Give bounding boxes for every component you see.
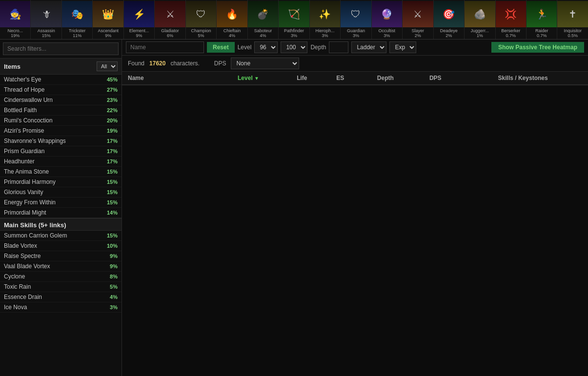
- class-item-raider[interactable]: 🏃 Raider 0.7%: [527, 0, 557, 39]
- sidebar-skill-pct: 8%: [101, 274, 118, 279]
- class-name: Assassin: [38, 27, 55, 33]
- col-avatar: [198, 72, 215, 85]
- sidebar-item-pct: 17%: [101, 158, 118, 164]
- level-max-select[interactable]: 100: [281, 41, 307, 53]
- class-pct: 3%: [322, 33, 328, 38]
- sidebar-skill-item[interactable]: Essence Drain 4%: [0, 292, 122, 302]
- sidebar-item[interactable]: Headhunter 17%: [0, 157, 122, 167]
- sidebar-item[interactable]: Primordial Harmony 15%: [0, 177, 122, 187]
- class-name: Trickster: [69, 27, 85, 33]
- sidebar-skill-item[interactable]: Raise Spectre 9%: [0, 251, 122, 261]
- sidebar-skill-item[interactable]: Cyclone 8%: [0, 272, 122, 282]
- characters-table: Name Level ▼ Life ES Depth DPS Skills / …: [122, 72, 588, 85]
- sidebar-item[interactable]: Energy From Within 15%: [0, 198, 122, 208]
- class-avatar: 🪨: [465, 1, 495, 27]
- class-emoji: ⚡: [124, 1, 154, 27]
- class-item-berserker[interactable]: 💢 Berserker 0.7%: [496, 0, 527, 39]
- results-bar: Found 17620 characters. DPS None Tooltip…: [122, 56, 588, 72]
- exp-select[interactable]: Exp: [389, 41, 416, 53]
- items-filter-dropdown[interactable]: All: [97, 61, 118, 71]
- col-depth: Depth: [358, 72, 413, 85]
- class-name: Pathfinder: [284, 27, 304, 33]
- ladder-select[interactable]: Ladder: [351, 41, 386, 53]
- items-section-header: Items All: [0, 59, 122, 75]
- class-avatar: ⚡: [124, 1, 154, 27]
- sidebar-item[interactable]: Prism Guardian 17%: [0, 146, 122, 157]
- sidebar-skill-item[interactable]: Ice Nova 3%: [0, 302, 122, 313]
- class-item-chieftain[interactable]: 🔥 Chieftain 4%: [217, 0, 247, 39]
- class-item-saboteur[interactable]: 💣 Saboteur 4%: [248, 0, 279, 39]
- class-avatar: 💢: [496, 1, 526, 27]
- sidebar-item[interactable]: Glorious Vanity 15%: [0, 187, 122, 198]
- class-emoji: 🛡: [341, 1, 371, 27]
- class-item-guardian[interactable]: 🛡 Guardian 3%: [341, 0, 371, 39]
- sidebar-item[interactable]: Thread of Hope 27%: [0, 85, 122, 95]
- class-item-inquisitor[interactable]: ✝ Inquisitor 0.5%: [557, 0, 588, 39]
- class-item-assassin[interactable]: 🗡 Assassin 15%: [31, 0, 61, 39]
- class-item-occultist[interactable]: 🔮 Occultist 3%: [372, 0, 403, 39]
- class-name: Element...: [129, 27, 149, 33]
- sidebar-item[interactable]: Shavronne's Wrappings 17%: [0, 136, 122, 146]
- sidebar-item[interactable]: The Anima Stone 15%: [0, 167, 122, 177]
- dps-select[interactable]: None Tooltip DPS Combined DPS: [231, 58, 299, 69]
- search-input[interactable]: [3, 42, 119, 55]
- sidebar-item[interactable]: Rumi's Concoction 20%: [0, 116, 122, 126]
- sidebar-item-name: Energy From Within: [4, 199, 56, 206]
- class-item-ascendant[interactable]: 👑 Ascendant 9%: [93, 0, 123, 39]
- sidebar-skill-pct: 9%: [101, 263, 118, 269]
- class-item-deadeye[interactable]: 🎯 Deadeye 2%: [434, 0, 465, 39]
- col-level[interactable]: Level ▼: [215, 72, 281, 85]
- sidebar-skill-item[interactable]: Toxic Rain 5%: [0, 282, 122, 292]
- sidebar-item-pct: 14%: [101, 210, 118, 216]
- class-emoji: ⚔: [403, 1, 433, 27]
- class-pct: 9%: [105, 33, 111, 38]
- sidebar-item[interactable]: Cinderswallow Urn 23%: [0, 95, 122, 105]
- class-pct: 1%: [477, 33, 483, 38]
- sidebar-item-name: Thread of Hope: [4, 86, 44, 93]
- sidebar-skill-item[interactable]: Vaal Blade Vortex 9%: [0, 261, 122, 272]
- class-emoji: 🏃: [527, 1, 557, 27]
- class-item-champion[interactable]: 🛡 Champion 5%: [186, 0, 217, 39]
- class-emoji: 💢: [496, 1, 526, 27]
- sidebar-item[interactable]: Watcher's Eye 45%: [0, 75, 122, 85]
- found-label: Found: [128, 60, 144, 67]
- sidebar-item-name: Primordial Might: [4, 209, 46, 216]
- class-item-necro[interactable]: 🧙 Necro... 19%: [0, 0, 31, 39]
- class-pct: 5%: [198, 33, 204, 38]
- class-pct: 11%: [73, 33, 81, 38]
- reset-button[interactable]: Reset: [207, 42, 235, 53]
- class-pct: 6%: [167, 33, 173, 38]
- level-min-select[interactable]: 969095: [254, 41, 278, 53]
- class-pct: 3%: [384, 33, 390, 38]
- sidebar-skill-item[interactable]: Blade Vortex 10%: [0, 241, 122, 251]
- sidebar-item-pct: 45%: [101, 77, 118, 82]
- sidebar-item[interactable]: Primordial Might 14%: [0, 208, 122, 218]
- name-filter-input[interactable]: [126, 41, 204, 53]
- class-pct: 3%: [353, 33, 359, 38]
- class-item-trickster[interactable]: 🎭 Trickster 11%: [62, 0, 93, 39]
- sidebar-item-name: Headhunter: [4, 158, 35, 165]
- depth-filter-input[interactable]: [329, 41, 348, 53]
- sidebar-skill-name: Essence Drain: [4, 294, 42, 300]
- class-item-element[interactable]: ⚡ Element... 9%: [124, 0, 155, 39]
- sidebar-item-pct: 15%: [101, 169, 118, 175]
- class-emoji: 🪨: [465, 1, 495, 27]
- class-name: Chieftain: [223, 27, 241, 33]
- col-search: [180, 72, 198, 85]
- class-name: Necro...: [7, 27, 23, 33]
- sidebar-item[interactable]: Bottled Faith 22%: [0, 105, 122, 116]
- sidebar-item-pct: 17%: [101, 138, 118, 144]
- class-name: Slayer: [412, 27, 425, 33]
- class-pct: 2%: [446, 33, 452, 38]
- class-item-hieroph[interactable]: ✨ Hieroph... 3%: [310, 0, 341, 39]
- sidebar-item[interactable]: Atziri's Promise 19%: [0, 126, 122, 136]
- class-item-pathfinder[interactable]: 🏹 Pathfinder 3%: [279, 0, 309, 39]
- sidebar-skill-item[interactable]: Summon Carrion Golem 15%: [0, 231, 122, 241]
- class-item-juggerr[interactable]: 🪨 Juggerr... 1%: [465, 0, 495, 39]
- sidebar-item-name: Shavronne's Wrappings: [4, 138, 66, 144]
- class-item-slayer[interactable]: ⚔ Slayer 2%: [403, 0, 433, 39]
- level-label: Level: [238, 44, 252, 51]
- heatmap-button[interactable]: Show Passive Tree Heatmap: [491, 42, 584, 53]
- class-emoji: 🔥: [217, 1, 247, 27]
- class-item-gladiator[interactable]: ⚔ Gladiator 6%: [155, 0, 185, 39]
